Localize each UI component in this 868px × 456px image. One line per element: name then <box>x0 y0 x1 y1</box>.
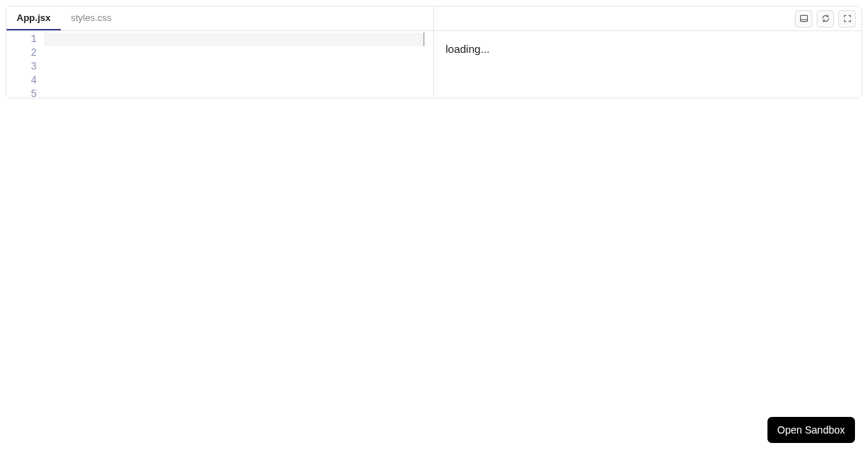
code-editor[interactable]: 1 2 3 4 5 import { Button } from "my-pri… <box>7 31 433 98</box>
fullscreen-button[interactable] <box>838 10 856 28</box>
refresh-icon <box>821 14 830 23</box>
refresh-button[interactable] <box>817 10 834 28</box>
line-number: 2 <box>7 46 37 60</box>
svg-rect-0 <box>800 15 807 21</box>
sandbox-container: App.jsx styles.css 1 2 3 4 5 import { Bu… <box>6 6 862 98</box>
loading-text: loading... <box>446 43 490 55</box>
console-button[interactable] <box>795 10 812 28</box>
fullscreen-icon <box>843 14 852 23</box>
line-number: 5 <box>7 88 37 98</box>
code-area[interactable]: import { Button } from "my-private-lib";… <box>44 31 433 98</box>
editor-panel: App.jsx styles.css 1 2 3 4 5 import { Bu… <box>7 7 434 98</box>
file-tabs: App.jsx styles.css <box>7 7 433 31</box>
preview-toolbar <box>434 7 861 31</box>
console-icon <box>799 14 809 23</box>
active-line-highlight <box>44 33 425 46</box>
line-number: 1 <box>7 33 37 46</box>
open-sandbox-button[interactable]: Open Sandbox <box>767 417 855 443</box>
line-number: 4 <box>7 74 37 88</box>
tab-app-jsx[interactable]: App.jsx <box>7 7 61 30</box>
tab-styles-css[interactable]: styles.css <box>61 7 122 30</box>
line-number: 3 <box>7 60 37 74</box>
preview-content: loading... <box>434 31 861 98</box>
line-gutter: 1 2 3 4 5 <box>7 31 44 98</box>
preview-panel: loading... <box>434 7 861 98</box>
